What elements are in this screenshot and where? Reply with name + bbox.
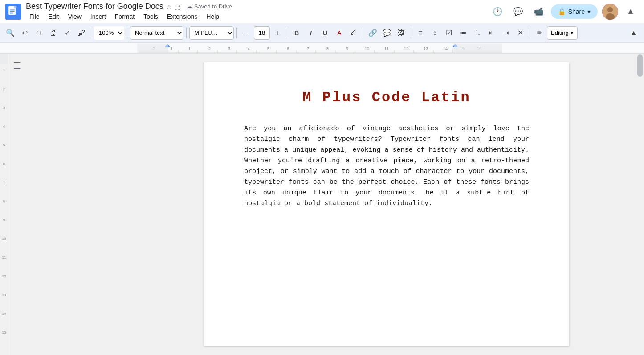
redo-button[interactable]: ↪ [32, 26, 45, 40]
svg-text:12: 12 [2, 274, 6, 278]
italic-button[interactable]: I [304, 26, 318, 40]
title-area: Best Typewriter Fonts for Google Docs ☆ … [26, 2, 489, 21]
underline-button[interactable]: U [318, 26, 332, 40]
svg-text:7: 7 [3, 181, 5, 185]
editing-chevron-icon: ▾ [571, 29, 574, 36]
menu-edit[interactable]: Edit [45, 12, 63, 21]
font-size-decrease-button[interactable]: − [240, 26, 253, 40]
comments-icon[interactable]: 💬 [510, 4, 526, 20]
bullet-list-button[interactable]: ≔ [457, 26, 470, 40]
menu-view[interactable]: View [65, 12, 85, 21]
print-button[interactable]: 🖨 [46, 26, 60, 40]
comment-button[interactable]: 💬 [380, 26, 394, 40]
separator-2 [127, 28, 127, 38]
zoom-select[interactable]: 100% 75% 125% 150% [94, 26, 124, 40]
svg-text:6: 6 [3, 162, 5, 166]
menu-file[interactable]: File [26, 12, 43, 21]
font-size-increase-button[interactable]: + [271, 26, 284, 40]
bold-button[interactable]: B [290, 26, 303, 40]
checklist-button[interactable]: ☑ [442, 26, 456, 40]
spellcheck-button[interactable]: ✓ [61, 26, 74, 40]
svg-rect-48 [0, 54, 8, 64]
expand-icon[interactable]: ▲ [623, 4, 639, 20]
svg-text:8: 8 [3, 199, 5, 203]
sidebar-left: ☰ [8, 54, 137, 355]
title-bar: Best Typewriter Fonts for Google Docs ☆ … [0, 0, 644, 23]
ruler-svg: -2 -1 1 2 3 4 5 6 7 8 9 10 11 12 13 14 1… [137, 44, 502, 53]
svg-text:3: 3 [3, 106, 5, 110]
svg-text:8: 8 [326, 46, 329, 51]
document-title[interactable]: Best Typewriter Fonts for Google Docs [26, 2, 163, 11]
avatar[interactable] [602, 4, 618, 20]
share-label: Share [568, 8, 585, 15]
svg-text:10: 10 [365, 46, 369, 51]
docs-icon [5, 4, 21, 20]
scrollbar-thumb[interactable] [637, 54, 643, 77]
star-icon[interactable]: ☆ [166, 3, 172, 10]
numbered-list-button[interactable]: ⒈ [471, 26, 484, 40]
svg-text:9: 9 [346, 46, 348, 51]
svg-text:9: 9 [3, 218, 5, 222]
increase-indent-button[interactable]: ⇥ [499, 26, 513, 40]
drive-icon[interactable]: ⬚ [175, 3, 180, 10]
svg-text:3: 3 [228, 46, 230, 51]
editing-label: Editing [551, 29, 569, 36]
line-spacing-button[interactable]: ↕ [428, 26, 441, 40]
doc-canvas[interactable]: M Plus Code Latin Are you an aficionado … [137, 54, 636, 355]
pencil-button[interactable]: ✏ [533, 26, 546, 40]
doc-heading: M Plus Code Latin [244, 89, 529, 106]
svg-text:5: 5 [267, 46, 269, 51]
separator-6 [363, 28, 363, 38]
font-size-input[interactable] [254, 26, 270, 40]
right-panel [636, 54, 644, 355]
menu-tools[interactable]: Tools [140, 12, 162, 21]
paint-format-button[interactable]: 🖌 [75, 26, 88, 40]
ruler-inner: -2 -1 1 2 3 4 5 6 7 8 9 10 11 12 13 14 1… [137, 44, 502, 53]
svg-text:1: 1 [188, 46, 191, 51]
font-name-select[interactable]: M PLU… Arial Courier New Times New Roman [189, 26, 234, 40]
share-button[interactable]: 🔒 Share ▾ [551, 4, 598, 19]
clear-format-button[interactable]: ✕ [514, 26, 527, 40]
svg-text:7: 7 [307, 46, 309, 51]
image-button[interactable]: 🖼 [395, 26, 408, 40]
saved-text: Saved to Drive [194, 3, 232, 10]
svg-text:10: 10 [2, 237, 6, 241]
svg-text:5: 5 [3, 143, 5, 147]
toolbar: 🔍 ↩ ↪ 🖨 ✓ 🖌 100% 75% 125% 150% Normal te… [0, 23, 644, 43]
vertical-ruler-svg: 1 2 3 4 5 6 7 8 9 10 11 12 13 14 15 [0, 54, 8, 355]
svg-text:4: 4 [3, 124, 5, 128]
font-style-select[interactable]: Normal text Heading 1 Heading 2 Title [130, 26, 183, 40]
search-button[interactable]: 🔍 [4, 26, 17, 40]
editing-mode-select[interactable]: Editing ▾ [547, 26, 578, 40]
svg-text:13: 13 [424, 46, 428, 51]
svg-text:6: 6 [287, 46, 289, 51]
separator-5 [287, 28, 287, 38]
svg-rect-47 [454, 44, 502, 53]
link-button[interactable]: 🔗 [366, 26, 379, 40]
svg-rect-46 [137, 44, 168, 53]
doc-page: M Plus Code Latin Are you an aficionado … [204, 62, 569, 346]
svg-text:12: 12 [404, 46, 408, 51]
text-color-button[interactable]: A [333, 26, 346, 40]
menu-extensions[interactable]: Extensions [163, 12, 201, 21]
svg-rect-4 [10, 9, 15, 10]
menu-help[interactable]: Help [203, 12, 223, 21]
highlight-button[interactable]: 🖊 [347, 26, 360, 40]
video-icon[interactable]: 📹 [530, 4, 546, 20]
history-icon[interactable]: 🕐 [489, 4, 505, 20]
menu-insert[interactable]: Insert [87, 12, 110, 21]
svg-text:2: 2 [3, 87, 5, 91]
svg-text:13: 13 [2, 293, 6, 297]
menu-bar: File Edit View Insert Format Tools Exten… [26, 12, 489, 21]
menu-format[interactable]: Format [111, 12, 138, 21]
vertical-ruler: 1 2 3 4 5 6 7 8 9 10 11 12 13 14 15 [0, 54, 8, 355]
align-button[interactable]: ≡ [414, 26, 427, 40]
separator-3 [186, 28, 187, 38]
toolbar-collapse-button[interactable]: ▲ [627, 26, 640, 40]
svg-text:-1: -1 [169, 46, 173, 51]
font-size-box: − + [240, 26, 284, 40]
outline-icon[interactable]: ☰ [12, 59, 134, 73]
decrease-indent-button[interactable]: ⇤ [485, 26, 498, 40]
undo-button[interactable]: ↩ [18, 26, 31, 40]
doc-body[interactable]: Are you an aficionado of vintage aesthet… [244, 124, 529, 209]
